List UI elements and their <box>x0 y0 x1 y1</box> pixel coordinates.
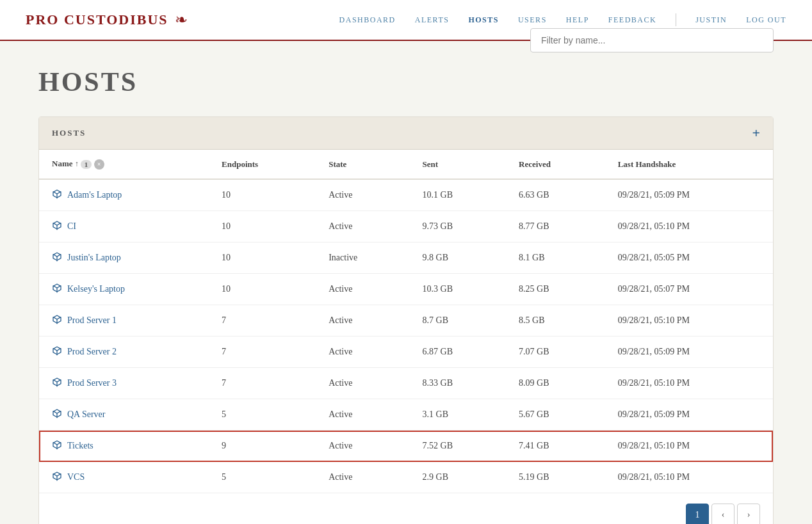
host-link-prod-server-2[interactable]: Prod Server 2 <box>52 345 196 358</box>
cell-received: 8.25 GB <box>506 274 605 305</box>
cell-sent: 6.87 GB <box>410 337 507 368</box>
host-icon-prod-server-2 <box>52 345 62 358</box>
cell-endpoints: 10 <box>209 179 316 211</box>
table-row[interactable]: VCS 5 Active 2.9 GB 5.19 GB 09/28/21, 05… <box>39 462 773 493</box>
cell-state: Inactive <box>316 242 409 274</box>
table-row[interactable]: Prod Server 2 7 Active 6.87 GB 7.07 GB 0… <box>39 337 773 368</box>
nav-users[interactable]: USERS <box>518 15 547 25</box>
nav-dashboard[interactable]: DASHBOARD <box>339 15 396 25</box>
cell-endpoints: 7 <box>209 305 316 337</box>
cell-state: Active <box>316 368 409 399</box>
cell-sent: 2.9 GB <box>410 462 507 493</box>
cell-name: Prod Server 1 <box>39 305 209 337</box>
cell-state: Active <box>316 211 409 242</box>
cell-received: 7.41 GB <box>506 431 605 462</box>
cell-received: 7.07 GB <box>506 337 605 368</box>
cell-sent: 8.33 GB <box>410 368 507 399</box>
table-row[interactable]: Justin's Laptop 10 Inactive 9.8 GB 8.1 G… <box>39 242 773 274</box>
host-icon-justins-laptop <box>52 251 62 264</box>
sort-indicator: ↑ 1 <box>75 159 92 169</box>
table-row[interactable]: Prod Server 3 7 Active 8.33 GB 8.09 GB 0… <box>39 368 773 399</box>
host-name-adams-laptop: Adam's Laptop <box>67 190 122 200</box>
cell-sent: 3.1 GB <box>410 399 507 431</box>
hosts-panel: HOSTS + Name ↑ 1 × Endpoints State Se <box>38 116 774 524</box>
cell-last-handshake: 09/28/21, 05:09 PM <box>605 399 773 431</box>
cell-state: Active <box>316 179 409 211</box>
cell-name: Tickets <box>39 431 209 462</box>
page-title: HOSTS <box>38 67 138 97</box>
nav-user[interactable]: JUSTIN <box>695 15 727 25</box>
logo: PRO CUSTODIBUS ❧ <box>26 11 339 29</box>
cell-received: 8.1 GB <box>506 242 605 274</box>
table-row[interactable]: Tickets 9 Active 7.52 GB 7.41 GB 09/28/2… <box>39 431 773 462</box>
nav-help[interactable]: HELP <box>566 15 589 25</box>
col-header-last-handshake: Last Handshake <box>605 150 773 179</box>
cell-name: Prod Server 3 <box>39 368 209 399</box>
cell-state: Active <box>316 305 409 337</box>
nav-hosts[interactable]: HOSTS <box>468 15 499 25</box>
cell-sent: 10.3 GB <box>410 274 507 305</box>
table-row[interactable]: Kelsey's Laptop 10 Active 10.3 GB 8.25 G… <box>39 274 773 305</box>
host-name-prod-server-1: Prod Server 1 <box>67 315 117 326</box>
nav-divider <box>676 13 676 26</box>
page-1-button[interactable]: 1 <box>686 504 709 524</box>
host-icon-tickets <box>52 440 62 452</box>
prev-page-button[interactable]: ‹ <box>711 504 735 524</box>
cell-last-handshake: 09/28/21, 05:10 PM <box>605 431 773 462</box>
next-page-button[interactable]: › <box>737 504 760 524</box>
host-icon-qa-server <box>52 408 62 421</box>
host-name-prod-server-2: Prod Server 2 <box>67 347 117 357</box>
cell-sent: 8.7 GB <box>410 305 507 337</box>
cell-last-handshake: 09/28/21, 05:05 PM <box>605 242 773 274</box>
cell-received: 8.77 GB <box>506 211 605 242</box>
cell-last-handshake: 09/28/21, 05:10 PM <box>605 462 773 493</box>
nav-alerts[interactable]: ALERTS <box>415 15 450 25</box>
cell-received: 6.63 GB <box>506 179 605 211</box>
cell-received: 8.09 GB <box>506 368 605 399</box>
cell-endpoints: 10 <box>209 242 316 274</box>
col-header-name[interactable]: Name ↑ 1 × <box>39 150 209 179</box>
pagination: 1 ‹ › <box>39 493 773 524</box>
host-link-vcs[interactable]: VCS <box>52 471 196 484</box>
cell-received: 8.5 GB <box>506 305 605 337</box>
nav-logout[interactable]: LOG OUT <box>746 15 786 25</box>
host-name-justins-laptop: Justin's Laptop <box>67 253 121 263</box>
panel-header: HOSTS + <box>39 117 773 150</box>
cell-name: Prod Server 2 <box>39 337 209 368</box>
host-link-kelseys-laptop[interactable]: Kelsey's Laptop <box>52 283 196 296</box>
cell-last-handshake: 09/28/21, 05:09 PM <box>605 337 773 368</box>
table-row[interactable]: Prod Server 1 7 Active 8.7 GB 8.5 GB 09/… <box>39 305 773 337</box>
cell-last-handshake: 09/28/21, 05:10 PM <box>605 211 773 242</box>
host-link-tickets[interactable]: Tickets <box>52 440 196 452</box>
nav-feedback[interactable]: FEEDBACK <box>608 15 656 25</box>
cell-name: VCS <box>39 462 209 493</box>
add-host-button[interactable]: + <box>752 126 760 140</box>
sort-clear-button[interactable]: × <box>94 159 104 170</box>
cell-last-handshake: 09/28/21, 05:09 PM <box>605 179 773 211</box>
host-name-qa-server: QA Server <box>67 409 106 420</box>
host-link-ci[interactable]: CI <box>52 220 196 233</box>
panel-title: HOSTS <box>52 128 86 138</box>
filter-bar <box>530 28 774 52</box>
host-link-justins-laptop[interactable]: Justin's Laptop <box>52 251 196 264</box>
cell-sent: 7.52 GB <box>410 431 507 462</box>
host-link-adams-laptop[interactable]: Adam's Laptop <box>52 189 196 202</box>
host-icon-kelseys-laptop <box>52 283 62 296</box>
sort-direction: ↑ <box>75 159 79 169</box>
host-link-prod-server-3[interactable]: Prod Server 3 <box>52 377 196 390</box>
cell-sent: 9.73 GB <box>410 211 507 242</box>
host-link-prod-server-1[interactable]: Prod Server 1 <box>52 314 196 327</box>
hosts-table: Name ↑ 1 × Endpoints State Sent Received… <box>39 150 773 493</box>
cell-name: Justin's Laptop <box>39 242 209 274</box>
table-header-row: Name ↑ 1 × Endpoints State Sent Received… <box>39 150 773 179</box>
table-row[interactable]: CI 10 Active 9.73 GB 8.77 GB 09/28/21, 0… <box>39 211 773 242</box>
table-row[interactable]: Adam's Laptop 10 Active 10.1 GB 6.63 GB … <box>39 179 773 211</box>
brand-icon: ❧ <box>175 11 188 29</box>
host-icon-prod-server-3 <box>52 377 62 390</box>
filter-input[interactable] <box>530 28 774 52</box>
cell-state: Active <box>316 431 409 462</box>
sort-col-label: Name <box>52 159 73 168</box>
cell-name: QA Server <box>39 399 209 431</box>
table-row[interactable]: QA Server 5 Active 3.1 GB 5.67 GB 09/28/… <box>39 399 773 431</box>
host-link-qa-server[interactable]: QA Server <box>52 408 196 421</box>
